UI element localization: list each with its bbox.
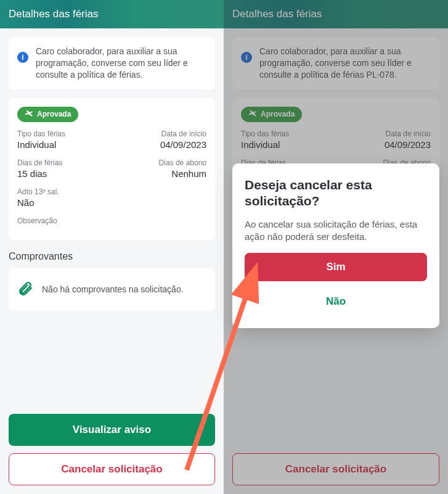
field-value: 04/09/2023 xyxy=(385,139,431,150)
info-notice: i Caro colaborador, para auxiliar a sua … xyxy=(232,37,439,89)
field-value: Individual xyxy=(17,139,109,150)
status-badge: Aprovada xyxy=(17,107,78,122)
cancel-request-button[interactable]: Cancelar solicitação xyxy=(232,453,439,485)
field-label: Tipo das férias xyxy=(17,130,109,138)
page-header: Detalhes das férias xyxy=(224,0,448,28)
cancel-request-button[interactable]: Cancelar solicitação xyxy=(9,453,215,485)
vacation-card: Aprovada Tipo das férias Individual Data… xyxy=(9,98,215,240)
modal-confirm-yes-button[interactable]: Sim xyxy=(245,253,427,281)
right-screen: Detalhes das férias i Caro colaborador, … xyxy=(224,0,448,494)
field-value: 15 dias xyxy=(17,168,109,179)
field-abono: Dias de abono Nenhum xyxy=(115,158,207,179)
field-label: Dias de férias xyxy=(17,158,109,167)
field-label: Tipo das férias xyxy=(241,130,333,138)
button-label: Não xyxy=(326,295,346,308)
field-adto: Adto 13º sal. Não xyxy=(17,187,206,208)
info-icon: i xyxy=(241,52,252,63)
view-notice-button[interactable]: Visualizar aviso xyxy=(9,414,215,446)
modal-description: Ao cancelar sua solicitação de férias, e… xyxy=(245,218,427,244)
field-value: 04/09/2023 xyxy=(160,139,206,150)
field-tipo: Tipo das férias Individual xyxy=(241,130,333,150)
airplane-icon xyxy=(248,109,257,120)
attachments-box: Não há comprovantes na solicitação. xyxy=(9,268,215,311)
info-icon: i xyxy=(17,52,28,63)
button-label: Sim xyxy=(326,261,345,273)
button-label: Visualizar aviso xyxy=(73,424,151,436)
airplane-icon xyxy=(25,109,33,120)
field-observacao: Observação xyxy=(17,216,206,225)
attachments-empty-text: Não há comprovantes na solicitação. xyxy=(42,284,184,294)
field-dias: Dias de férias 15 dias xyxy=(17,158,109,179)
modal-confirm-no-button[interactable]: Não xyxy=(245,287,427,316)
status-badge: Aprovada xyxy=(241,107,302,122)
field-inicio: Data de início 04/09/2023 xyxy=(339,130,431,150)
modal-title: Deseja cancelar esta solicitação? xyxy=(245,177,427,210)
page-body: i Caro colaborador, para auxiliar a sua … xyxy=(0,28,224,494)
status-badge-label: Aprovada xyxy=(37,110,71,118)
button-label: Cancelar solicitação xyxy=(61,463,162,475)
field-label: Adto 13º sal. xyxy=(17,187,206,196)
footer-buttons: Cancelar solicitação xyxy=(232,441,439,485)
button-label: Cancelar solicitação xyxy=(285,463,386,475)
field-value: Individual xyxy=(241,139,333,150)
info-notice: i Caro colaborador, para auxiliar a sua … xyxy=(9,37,215,89)
field-value: Nenhum xyxy=(171,168,206,179)
field-label: Dias de abono xyxy=(159,158,206,167)
field-label: Data de início xyxy=(386,130,431,138)
field-label: Data de início xyxy=(161,130,206,138)
info-notice-text: Caro colaborador, para auxiliar a sua pr… xyxy=(259,46,431,81)
field-tipo: Tipo das férias Individual xyxy=(17,130,109,150)
field-inicio: Data de início 04/09/2023 xyxy=(115,130,207,150)
left-screen: Detalhes das férias i Caro colaborador, … xyxy=(0,0,224,494)
status-badge-label: Aprovada xyxy=(261,110,295,118)
info-notice-text: Caro colaborador, para auxiliar a sua pr… xyxy=(36,46,206,81)
cancel-confirm-modal: Deseja cancelar esta solicitação? Ao can… xyxy=(232,163,439,328)
page-title: Detalhes das férias xyxy=(9,8,99,20)
field-value: Não xyxy=(17,197,206,208)
section-title-comprovantes: Comprovantes xyxy=(9,251,215,262)
field-label: Observação xyxy=(17,216,206,225)
page-title: Detalhes das férias xyxy=(232,8,322,20)
page-header: Detalhes das férias xyxy=(0,0,224,28)
paperclip-icon xyxy=(17,281,33,298)
footer-buttons: Visualizar aviso Cancelar solicitação xyxy=(9,401,215,485)
